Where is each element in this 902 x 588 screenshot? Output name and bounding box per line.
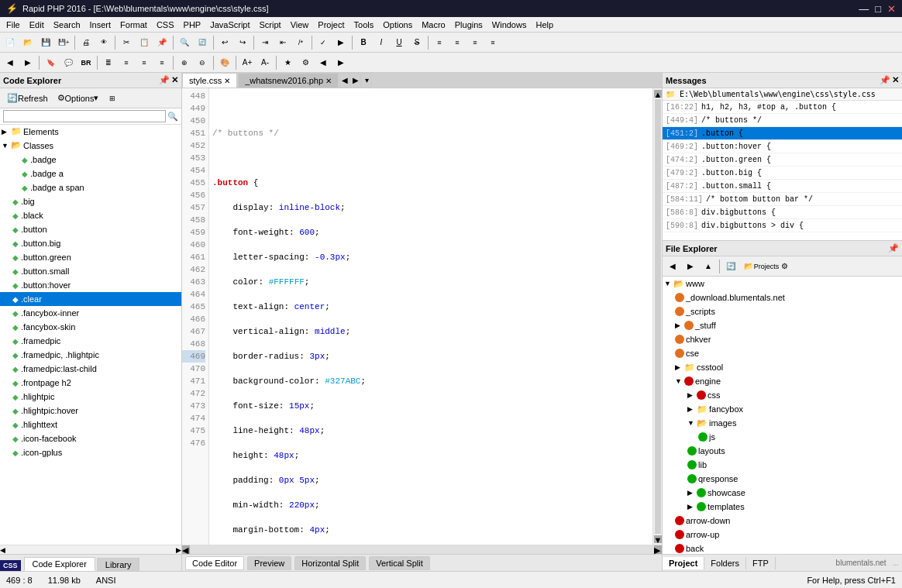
fe-tab-ftp[interactable]: FTP: [746, 557, 776, 569]
tree-item-icon-facebook[interactable]: ◆ .icon-facebook: [0, 432, 181, 445]
menu-options[interactable]: Options: [378, 19, 417, 31]
indent-button[interactable]: ⇥: [256, 34, 274, 51]
menu-css[interactable]: CSS: [152, 19, 179, 31]
msg-row-6[interactable]: [479:2] .button.big {: [663, 167, 902, 180]
fe-item-showcase[interactable]: ▶ showcase: [663, 486, 902, 500]
tree-item-frontpage-h2[interactable]: ◆ .frontpage h2: [0, 376, 181, 390]
menu-project[interactable]: Project: [313, 19, 349, 31]
align-justify-button[interactable]: ≡: [484, 34, 501, 51]
tab-nav-menu[interactable]: ▾: [361, 73, 372, 88]
scroll-arrow-right[interactable]: ▶: [176, 546, 181, 554]
refresh-button[interactable]: 🔄 Refresh: [3, 90, 52, 107]
comment2-button[interactable]: 💬: [60, 54, 77, 71]
copy-button[interactable]: 📋: [136, 34, 153, 51]
menu-file[interactable]: File: [2, 19, 25, 31]
tree-item-button-hover[interactable]: ◆ .button:hover: [0, 278, 181, 292]
tab-preview[interactable]: Preview: [247, 556, 291, 570]
collapse-button[interactable]: ⊖: [194, 54, 211, 71]
italic-button[interactable]: I: [373, 34, 390, 51]
menu-plugins[interactable]: Plugins: [450, 19, 487, 31]
tab-library[interactable]: Library: [97, 558, 140, 571]
msg-row-4[interactable]: [469:2] .button:hover {: [663, 140, 902, 153]
scroll-arrow-left[interactable]: ◀: [0, 546, 5, 554]
fe-item-stuff[interactable]: ▶ _stuff: [663, 318, 902, 332]
fe-projects-button[interactable]: Projects: [758, 258, 775, 275]
fe-item-templates[interactable]: ▶ templates: [663, 500, 902, 514]
gear-icon[interactable]: ⚙: [297, 54, 314, 71]
tree-item-big[interactable]: ◆ .big: [0, 194, 181, 208]
tree-elements-section[interactable]: ▶ 📁 Elements: [0, 125, 181, 139]
options-button[interactable]: ⚙ Options ▾: [53, 90, 103, 107]
pin-button[interactable]: 📌: [159, 75, 170, 85]
fe-item-chkver[interactable]: chkver: [663, 332, 902, 346]
fe-item-scripts[interactable]: _scripts: [663, 304, 902, 318]
close-panel-button[interactable]: ✕: [171, 75, 178, 85]
fe-item-engine[interactable]: ▼ engine: [663, 374, 902, 388]
tree-item-badge[interactable]: ◆ .badge: [0, 153, 181, 167]
menu-edit[interactable]: Edit: [25, 19, 49, 31]
fe-item-csstool[interactable]: ▶ 📁 csstool: [663, 360, 902, 374]
fe-item-www[interactable]: ▼ 📂 www: [663, 277, 902, 291]
fe-item-back[interactable]: back: [663, 542, 902, 554]
msg-row-3[interactable]: [451:2] .button {: [663, 127, 902, 140]
scroll-track[interactable]: [190, 545, 654, 554]
msg-row-7[interactable]: [487:2] .button.small {: [663, 180, 902, 193]
elements-arrow[interactable]: ▶: [2, 128, 11, 136]
underline-button[interactable]: U: [391, 34, 408, 51]
new-button[interactable]: 📄: [2, 34, 19, 51]
menu-javascript[interactable]: JavaScript: [205, 19, 254, 31]
tab-nav-prev[interactable]: ◀: [339, 73, 350, 88]
vertical-scrollbar[interactable]: ▲ ▼: [652, 88, 662, 545]
fe-item-download[interactable]: _download.blumentals.net: [663, 291, 902, 304]
menu-script[interactable]: Script: [255, 19, 286, 31]
print-preview-button[interactable]: 👁: [95, 34, 112, 51]
fe-item-fancybox[interactable]: ▶ 📁 fancybox: [663, 402, 902, 416]
tab-vertical-split[interactable]: Vertical Split: [369, 556, 430, 570]
menu-format[interactable]: Format: [115, 19, 152, 31]
zoom-in-button[interactable]: A+: [239, 54, 256, 71]
fe-item-qresponse[interactable]: qresponse: [663, 472, 902, 486]
bookmark-button[interactable]: 🔖: [42, 54, 59, 71]
save-button[interactable]: 💾: [37, 34, 54, 51]
horizontal-scrollbar[interactable]: ◀ ▶: [182, 545, 662, 554]
align-right-button[interactable]: ≡: [466, 34, 484, 51]
msg-row-8[interactable]: [584:11] /* bottom button bar */: [663, 193, 902, 206]
code-text-area[interactable]: /* buttons */ .button { display: inline-…: [209, 88, 652, 545]
fe-tab-project[interactable]: Project: [663, 557, 704, 569]
expand-button[interactable]: ⊕: [176, 54, 193, 71]
replace-button[interactable]: 🔄: [194, 34, 211, 51]
scroll-right-arrow[interactable]: ▶: [654, 545, 662, 554]
menu-help[interactable]: Help: [531, 19, 558, 31]
tree-item-hlighttext[interactable]: ◆ .hlighttext: [0, 418, 181, 432]
fe-tab-folders[interactable]: Folders: [704, 557, 746, 569]
menu-view[interactable]: View: [286, 19, 314, 31]
tab-code-editor[interactable]: Code Editor: [185, 556, 244, 570]
menu-search[interactable]: Search: [49, 19, 85, 31]
run-button[interactable]: ▶: [332, 34, 349, 51]
menu-php[interactable]: PHP: [179, 19, 206, 31]
tree-item-black[interactable]: ◆ .black: [0, 208, 181, 222]
outdent-button[interactable]: ⇤: [274, 34, 291, 51]
tree-item-button-big[interactable]: ◆ .button.big: [0, 236, 181, 250]
tree-item-badge-a[interactable]: ◆ .badge a: [0, 167, 181, 181]
align-center-button[interactable]: ≡: [449, 34, 466, 51]
tab-whatsnew[interactable]: _whatsnew2016.php ✕: [238, 73, 339, 88]
pin-fe-button[interactable]: 📌: [888, 243, 899, 253]
paste-button[interactable]: 📌: [153, 34, 170, 51]
validate-button[interactable]: ✓: [315, 34, 332, 51]
tab-nav-next[interactable]: ▶: [350, 73, 361, 88]
tree-item-framedpic[interactable]: ◆ .framedpic: [0, 334, 181, 348]
menu-tools[interactable]: Tools: [349, 19, 379, 31]
tab-style-css[interactable]: style.css ✕: [182, 73, 237, 88]
undo-button[interactable]: ↩: [216, 34, 233, 51]
tree-item-button-small[interactable]: ◆ .button.small: [0, 264, 181, 278]
fe-refresh-button[interactable]: 🔄: [722, 258, 739, 275]
cut-button[interactable]: ✂: [118, 34, 135, 51]
menu-windows[interactable]: Windows: [487, 19, 532, 31]
fe-item-images[interactable]: ▼ 📂 images: [663, 416, 902, 430]
minimize-button[interactable]: —: [859, 3, 869, 15]
msg-row-2[interactable]: [449:4] /* buttons */: [663, 114, 902, 127]
pin-button[interactable]: 📌: [880, 75, 890, 85]
fe-up-button[interactable]: ▲: [700, 258, 717, 275]
msg-row-5[interactable]: [474:2] .button.green {: [663, 153, 902, 167]
